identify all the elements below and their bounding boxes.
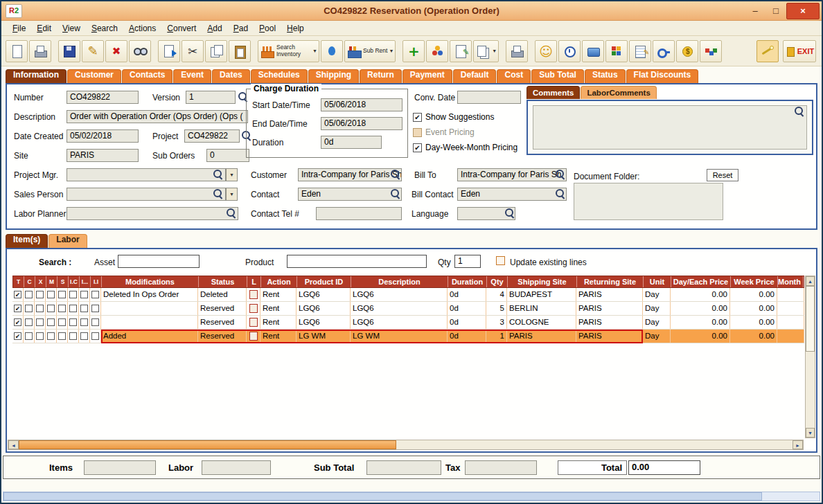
row-checkbox[interactable]: ✔ xyxy=(14,305,21,312)
row-checkbox[interactable] xyxy=(36,318,44,326)
labor-planner-lookup-icon[interactable] xyxy=(226,208,237,219)
product-input[interactable] xyxy=(287,255,427,268)
start-date-field[interactable]: 05/06/2018 xyxy=(321,98,402,111)
contact-lookup-icon[interactable] xyxy=(390,188,401,199)
schedule-button[interactable] xyxy=(558,40,581,62)
date-created-field[interactable]: 05/02/2018 xyxy=(67,129,139,143)
tab-event[interactable]: Event xyxy=(173,69,211,83)
tab-contacts[interactable]: Contacts xyxy=(122,69,172,83)
documents-button[interactable]: ▼ xyxy=(473,40,499,62)
row-checkbox[interactable] xyxy=(47,291,55,298)
row-checkbox[interactable] xyxy=(25,318,33,326)
dwm-pricing-checkbox[interactable] xyxy=(413,143,422,152)
row-checkbox[interactable] xyxy=(69,305,77,312)
scroll-left-icon[interactable]: ◄ xyxy=(8,440,19,449)
tab-status[interactable]: Status xyxy=(585,69,626,83)
tab-return[interactable]: Return xyxy=(360,69,402,83)
smiley-button[interactable]: ☺ xyxy=(535,40,557,62)
row-checkbox[interactable]: ✔ xyxy=(14,318,21,326)
row-checkbox[interactable] xyxy=(69,291,77,298)
row-checkbox[interactable] xyxy=(69,332,77,340)
row-checkbox[interactable] xyxy=(47,318,55,326)
notes-button[interactable] xyxy=(450,40,472,62)
wand-button[interactable] xyxy=(756,40,779,62)
tab-shipping[interactable]: Shipping xyxy=(308,69,359,83)
edit-button[interactable]: ✎ xyxy=(82,40,104,62)
delete-button[interactable]: ✖ xyxy=(105,40,127,62)
row-checkbox[interactable] xyxy=(91,318,99,326)
conv-date-field[interactable] xyxy=(457,91,521,104)
tab-comments[interactable]: Comments xyxy=(526,86,580,99)
row-checkbox[interactable] xyxy=(91,332,99,340)
bill-to-lookup-icon[interactable] xyxy=(555,169,566,180)
scroll-right-icon[interactable]: ► xyxy=(793,440,803,449)
title-bar[interactable]: R2 CO429822 Reservation (Operation Order… xyxy=(1,1,822,21)
customer-lookup-icon[interactable] xyxy=(390,169,401,180)
carts-button[interactable] xyxy=(700,40,722,62)
bill-contact-field[interactable]: Eden xyxy=(457,188,567,201)
new-button[interactable] xyxy=(6,40,28,62)
menu-file[interactable]: File xyxy=(7,24,31,33)
sales-person-lookup-icon[interactable] xyxy=(213,188,224,199)
batch-print-button[interactable] xyxy=(506,40,528,62)
row-checkbox[interactable] xyxy=(91,305,99,312)
sub-rent-button[interactable]: Sub Rent▼ xyxy=(344,40,396,62)
storage-button[interactable] xyxy=(582,40,604,62)
menu-edit[interactable]: Edit xyxy=(31,24,57,33)
row-checkbox[interactable]: ✔ xyxy=(14,291,21,298)
customer-field[interactable]: Intra-Company for Paris Sh xyxy=(298,168,402,181)
row-checkbox[interactable] xyxy=(47,332,55,340)
tab-customer[interactable]: Customer xyxy=(67,69,121,83)
language-lookup-icon[interactable] xyxy=(504,208,515,219)
contact-tel-field[interactable] xyxy=(316,207,402,220)
site-field[interactable]: PARIS xyxy=(67,149,139,162)
row-checkbox[interactable] xyxy=(25,305,33,312)
tab-laborcomments[interactable]: LaborComments xyxy=(581,86,656,99)
print-button[interactable] xyxy=(29,40,51,62)
project-mgr-dropdown[interactable]: ▼ xyxy=(226,168,238,181)
bottom-scroll-thumb[interactable] xyxy=(3,492,762,501)
copy-button[interactable] xyxy=(205,40,227,62)
duration-field[interactable]: 0d xyxy=(321,136,382,149)
row-checkbox[interactable] xyxy=(91,291,99,298)
row-checkbox[interactable] xyxy=(80,291,88,298)
vertical-scroll-thumb[interactable] xyxy=(806,286,815,352)
tab-payment[interactable]: Payment xyxy=(402,69,452,83)
key-button[interactable] xyxy=(653,40,675,62)
scroll-up-icon[interactable]: ▲ xyxy=(806,276,815,286)
menu-search[interactable]: Search xyxy=(86,24,123,33)
search-inventory-dropdown-icon[interactable]: ▼ xyxy=(312,48,317,53)
row-checkbox[interactable] xyxy=(58,291,66,298)
row-checkbox[interactable] xyxy=(58,305,66,312)
close-button[interactable]: × xyxy=(786,3,820,19)
row-checkbox[interactable] xyxy=(36,305,44,312)
menu-pad[interactable]: Pad xyxy=(228,24,254,33)
tab-labor[interactable]: Labor xyxy=(48,234,87,248)
horizontal-scroll-thumb[interactable] xyxy=(19,440,396,449)
row-checkbox[interactable] xyxy=(36,332,44,340)
pool-button[interactable] xyxy=(426,40,448,62)
add-button[interactable]: + xyxy=(402,40,425,62)
pad-button[interactable] xyxy=(629,40,651,62)
tab-item-s[interactable]: Item(s) xyxy=(6,234,48,248)
menu-add[interactable]: Add xyxy=(202,24,227,33)
comments-textarea[interactable] xyxy=(533,105,807,150)
bill-to-field[interactable]: Intra-Company for Paris Sh xyxy=(457,168,567,181)
documents-dropdown-icon[interactable]: ▼ xyxy=(492,48,497,53)
asset-input[interactable] xyxy=(118,255,200,268)
row-checkbox[interactable] xyxy=(25,332,33,340)
menu-convert[interactable]: Convert xyxy=(161,24,202,33)
row-checkbox[interactable] xyxy=(80,332,88,340)
tab-dates[interactable]: Dates xyxy=(212,69,250,83)
number-field[interactable]: CO429822 xyxy=(67,91,139,104)
sales-person-dropdown[interactable]: ▼ xyxy=(226,188,238,201)
vertical-scrollbar[interactable]: ▲ ▼ xyxy=(805,276,815,438)
table-row[interactable]: ✔AddedReservedRentLG WMLG WM0d1PARISPARI… xyxy=(12,330,804,343)
sub-orders-field[interactable]: 0 xyxy=(206,149,249,162)
qty-input[interactable]: 1 xyxy=(454,255,481,268)
tab-default[interactable]: Default xyxy=(453,69,497,83)
paste-button[interactable] xyxy=(229,40,251,62)
bottom-scrollbar[interactable] xyxy=(3,492,820,501)
save-button[interactable] xyxy=(58,40,80,62)
tab-schedules[interactable]: Schedules xyxy=(251,69,308,83)
